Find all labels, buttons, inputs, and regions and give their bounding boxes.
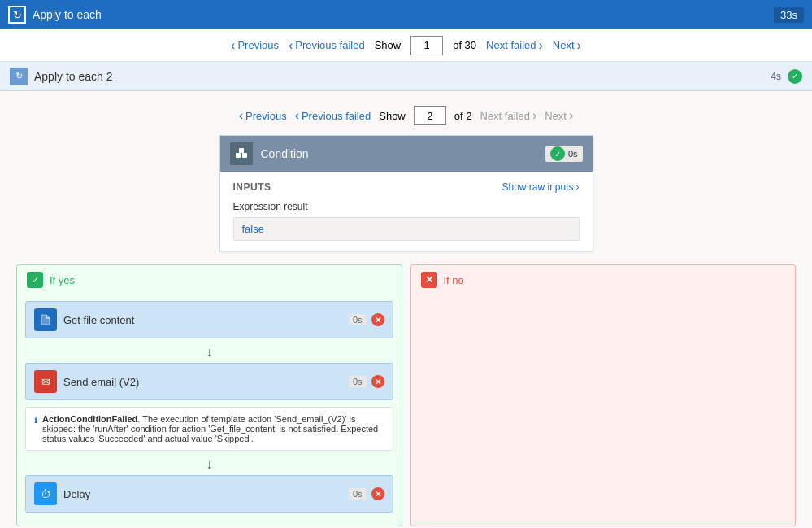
outer-prev-button[interactable]: Previous [231,38,279,53]
action-time-badge: 0s [349,376,367,387]
section-time: 4s [771,71,781,82]
outer-pagination-bar: Previous Previous failed Show of 30 Next… [0,29,812,62]
action-title: Delay [63,488,90,500]
svg-rect-1 [242,153,247,158]
chevron-left-icon [231,38,235,53]
branch-yes-label: If yes [50,274,75,286]
condition-time-badge: ✓ 0s [545,146,583,162]
chevron-left-icon [289,38,293,53]
top-bar-time: 33s [774,7,804,23]
action-send-email[interactable]: ✉ Send email (V2) 0s ✕ [25,363,393,400]
action-error-icon: ✕ [371,375,384,388]
action-delay[interactable]: ⏱ Delay 0s ✕ [25,475,393,513]
condition-title: Condition [261,147,309,160]
chevron-left-icon [295,108,299,123]
outer-next-failed-button[interactable]: Next failed [486,38,543,53]
outer-show-input[interactable] [410,36,443,55]
section-header: ↻ Apply to each 2 4s ✓ [0,62,812,91]
delay-icon: ⏱ [34,482,57,505]
chevron-left-icon [239,108,243,123]
error-text: ActionConditionFailed. The execution of … [42,414,384,443]
branch-yes-icon: ✓ [27,272,43,288]
inner-next-failed-button[interactable]: Next failed [480,108,536,123]
chevron-right-icon: › [576,181,580,193]
action-title: Get file content [63,314,134,326]
branch-yes: ✓ If yes Get file content [16,264,402,526]
action-error-icon: ✕ [371,487,384,500]
inputs-label: INPUTS [233,181,271,193]
inner-prev-button[interactable]: Previous [239,108,287,123]
chevron-right-icon [569,108,573,123]
expression-label: Expression result [233,201,580,212]
action-send-email-wrapper: ✉ Send email (V2) 0s ✕ ℹ ActionCondition… [25,363,393,451]
inner-show-label: Show [379,110,406,122]
condition-icon [230,142,253,165]
action-get-file-content[interactable]: Get file content 0s ✕ [25,301,393,338]
action-title: Send email (V2) [63,376,139,388]
chevron-right-icon [532,108,536,123]
top-bar-title: Apply to each [33,8,102,21]
outer-of-label: of 30 [453,39,476,51]
action-error-icon: ✕ [371,313,384,326]
email-icon: ✉ [34,370,57,393]
expression-value: false [233,217,580,241]
success-check-icon: ✓ [788,69,802,84]
arrow-down-icon: ↓ [25,345,393,360]
inner-next-button[interactable]: Next [545,108,573,123]
condition-header: Condition ✓ 0s [220,136,593,172]
svg-rect-0 [236,153,241,158]
branch-yes-content: Get file content 0s ✕ ↓ ✉ Send email (V2… [17,295,402,526]
error-bold-label: ActionConditionFailed [42,414,137,424]
outer-prev-failed-button[interactable]: Previous failed [289,38,365,53]
action-time-badge: 0s [349,488,367,500]
file-icon [34,308,57,331]
branches-container: ✓ If yes Get file content [0,264,812,526]
main-content: Previous Previous failed Show of 2 Next … [0,91,812,528]
inner-show-input[interactable] [414,106,446,125]
top-bar-icon: ↻ [8,6,26,24]
show-raw-inputs-button[interactable]: Show raw inputs › [502,181,579,193]
branch-no-header: ✕ If no [411,265,796,295]
arrow-down-icon-2: ↓ [25,457,393,472]
branch-no-label: If no [444,274,464,286]
condition-check-icon: ✓ [550,146,565,161]
branch-no-icon: ✕ [421,272,437,288]
inner-pagination-bar: Previous Previous failed Show of 2 Next … [0,106,812,125]
inner-prev-failed-button[interactable]: Previous failed [295,108,371,123]
error-message-box: ℹ ActionConditionFailed. The execution o… [25,407,393,451]
inner-of-label: of 2 [454,110,472,122]
section-loop-icon: ↻ [10,68,28,85]
branch-no: ✕ If no [410,264,797,526]
section-title: Apply to each 2 [34,70,113,83]
condition-card: Condition ✓ 0s INPUTS Show raw inputs › … [219,135,593,251]
chevron-right-icon [539,38,543,53]
svg-rect-2 [239,148,244,153]
chevron-right-icon [577,38,581,53]
top-bar: ↻ Apply to each 33s [0,0,812,29]
outer-next-button[interactable]: Next [553,38,581,53]
action-time-badge: 0s [349,314,367,325]
info-icon: ℹ [34,415,37,443]
outer-show-label: Show [375,39,402,51]
branch-yes-header: ✓ If yes [17,265,402,295]
